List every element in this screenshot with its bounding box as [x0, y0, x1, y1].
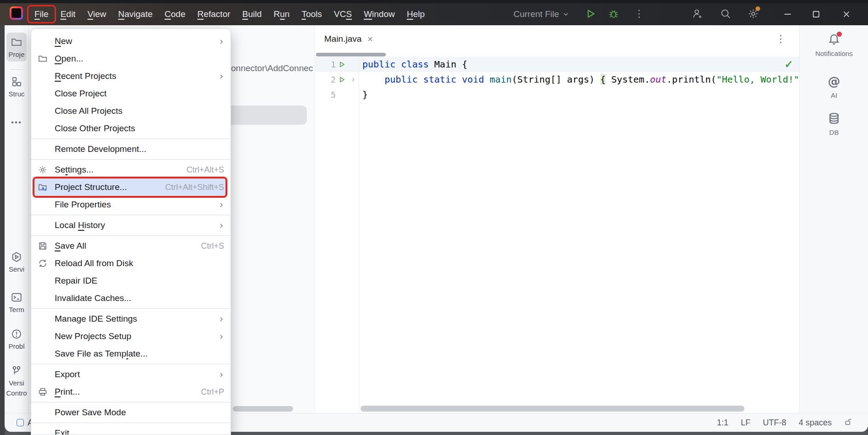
menubar-item-help[interactable]: Help: [401, 7, 431, 22]
menu-item-label: Save File as Template...: [55, 349, 224, 359]
menu-item-close-all-projects[interactable]: Close All Projects: [31, 102, 231, 120]
menubar-item-code[interactable]: Code: [158, 7, 191, 22]
menu-item-invalidate-caches[interactable]: Invalidate Caches...: [31, 290, 231, 307]
sidebar-item-problems[interactable]: Probl: [5, 328, 28, 350]
menu-item-recent-projects[interactable]: Recent Projects: [31, 67, 231, 85]
menu-item-reload-all-from-disk[interactable]: Reload All from Disk: [31, 255, 231, 272]
menu-item-settings[interactable]: Settings...Ctrl+Alt+S: [31, 161, 231, 178]
code-line-2[interactable]: 2 public static void main(String[] args)…: [315, 72, 800, 87]
fold-chevron-icon[interactable]: [348, 77, 359, 83]
search-icon: [720, 8, 731, 19]
menu-item-new-projects-setup[interactable]: New Projects Setup: [31, 328, 231, 345]
close-icon: [841, 9, 851, 19]
inspections-ok-check-icon[interactable]: ✓: [784, 58, 793, 71]
tab-close-icon[interactable]: ✕: [367, 35, 373, 44]
status-widget-utf-8[interactable]: UTF-8: [763, 418, 786, 428]
line-number: 2: [315, 72, 336, 87]
menu-item-label: Close All Projects: [55, 106, 224, 116]
lock-open-icon[interactable]: [844, 418, 852, 428]
menubar-item-navigate[interactable]: Navigate: [112, 7, 158, 22]
sidebar-item-terminal[interactable]: Term: [5, 291, 28, 313]
project-horizontal-scrollbar[interactable]: [233, 406, 293, 412]
minimize-icon: [783, 9, 793, 19]
menu-item-label: Exit: [55, 428, 224, 435]
menu-item-export[interactable]: Export: [31, 366, 231, 383]
editor-tab-main-java[interactable]: Main.java ✕: [317, 25, 381, 53]
status-widget-1-1[interactable]: 1:1: [717, 418, 728, 428]
sidebar-item-project[interactable]: Proje: [6, 33, 27, 61]
menubar-item-file[interactable]: File: [28, 7, 55, 22]
code-line-5[interactable]: 5}: [315, 87, 800, 102]
bell-icon: [827, 33, 841, 46]
checkbox-icon: [17, 419, 24, 426]
menu-item-label: Reload All from Disk: [55, 258, 224, 268]
menu-item-project-structure[interactable]: Project Structure...Ctrl+Alt+Shift+S: [34, 178, 228, 196]
menu-item-exit[interactable]: Exit: [31, 424, 231, 435]
menu-item-label: Repair IDE: [55, 276, 224, 286]
run-configuration-selector[interactable]: Current File: [513, 3, 569, 25]
menu-item-file-properties[interactable]: File Properties: [31, 196, 231, 213]
search-everywhere-button[interactable]: [719, 7, 732, 20]
menu-item-new[interactable]: New: [31, 33, 231, 50]
menubar-item-view[interactable]: View: [81, 7, 112, 22]
more-actions-button[interactable]: ⋮: [633, 7, 646, 20]
run-gutter-icon[interactable]: [336, 76, 348, 83]
toolwindow-ai[interactable]: @AI: [800, 74, 868, 99]
menu-item-manage-ide-settings[interactable]: Manage IDE Settings: [31, 310, 231, 328]
menu-separator: [31, 308, 231, 309]
menu-shortcut: Ctrl+Alt+Shift+S: [165, 183, 224, 192]
sidebar-item-services[interactable]: Servi: [5, 251, 28, 273]
sidebar-item-structure[interactable]: Struc: [5, 76, 28, 98]
menu-item-print[interactable]: Print...Ctrl+P: [31, 383, 231, 401]
menu-separator: [31, 139, 231, 139]
menu-shortcut: Ctrl+S: [201, 241, 224, 251]
close-button[interactable]: [836, 3, 857, 25]
menu-item-label: File Properties: [55, 200, 224, 210]
menu-item-close-project[interactable]: Close Project: [31, 85, 231, 102]
menu-item-save-all[interactable]: Save AllCtrl+S: [31, 237, 231, 255]
editor-area[interactable]: Main.java ✕ ⋮ 1public class Main {2 publ…: [315, 25, 800, 413]
settings-button[interactable]: [747, 7, 760, 20]
menu-item-power-save-mode[interactable]: Power Save Mode: [31, 404, 231, 421]
sidebar-item-more[interactable]: •••: [5, 118, 28, 127]
toolwindow-label: DB: [829, 128, 839, 136]
gear-icon: [38, 165, 48, 175]
more-icon: •••: [11, 118, 22, 127]
code-with-me-button[interactable]: [691, 7, 704, 20]
editor-tab-bar: Main.java ✕ ⋮: [315, 25, 800, 53]
minimize-button[interactable]: [777, 3, 798, 25]
run-gutter-icon[interactable]: [336, 61, 348, 68]
menu-item-repair-ide[interactable]: Repair IDE: [31, 272, 231, 290]
menubar-item-window[interactable]: Window: [358, 7, 401, 22]
tab-options-icon[interactable]: ⋮: [776, 33, 786, 45]
menu-separator: [31, 423, 231, 423]
editor-horizontal-scrollbar[interactable]: [361, 406, 744, 412]
menu-item-close-other-projects[interactable]: Close Other Projects: [31, 120, 231, 137]
menu-item-local-history[interactable]: Local History: [31, 217, 231, 234]
status-widget-lf[interactable]: LF: [741, 418, 750, 428]
sidebar-item-version[interactable]: VersiContro: [5, 365, 28, 397]
debug-button[interactable]: [607, 7, 620, 20]
submenu-arrow-icon: [218, 222, 225, 232]
code-viewport[interactable]: 1public class Main {2 public static void…: [315, 57, 800, 413]
toolwindow-db[interactable]: DB: [800, 112, 868, 136]
menubar-item-build[interactable]: Build: [237, 7, 268, 22]
code-line-1[interactable]: 1public class Main {: [315, 57, 800, 72]
status-widget-4-spaces[interactable]: 4 spaces: [799, 418, 832, 428]
run-button[interactable]: [584, 7, 597, 20]
menubar-item-run[interactable]: Run: [268, 7, 296, 22]
menubar: FileEditViewNavigateCodeRefactorBuildRun…: [28, 3, 431, 25]
project-tree-path[interactable]: onnector\AddConnec: [231, 63, 313, 73]
toolwindow-notifications[interactable]: Notifications: [800, 33, 868, 57]
menubar-item-vcs[interactable]: VCS: [328, 7, 358, 22]
menubar-item-tools[interactable]: Tools: [296, 7, 328, 22]
submenu-arrow-icon: [218, 315, 225, 325]
desktop-edge-left: [0, 25, 5, 435]
menu-item-label: Local History: [55, 220, 224, 230]
menu-item-remote-development[interactable]: Remote Development...: [31, 140, 231, 158]
maximize-button[interactable]: [806, 3, 827, 25]
menu-item-open[interactable]: Open...: [31, 50, 231, 67]
menu-item-save-file-as-template[interactable]: Save File as Template...: [31, 345, 231, 362]
menubar-item-edit[interactable]: Edit: [55, 7, 82, 22]
menubar-item-refactor[interactable]: Refactor: [192, 7, 237, 22]
